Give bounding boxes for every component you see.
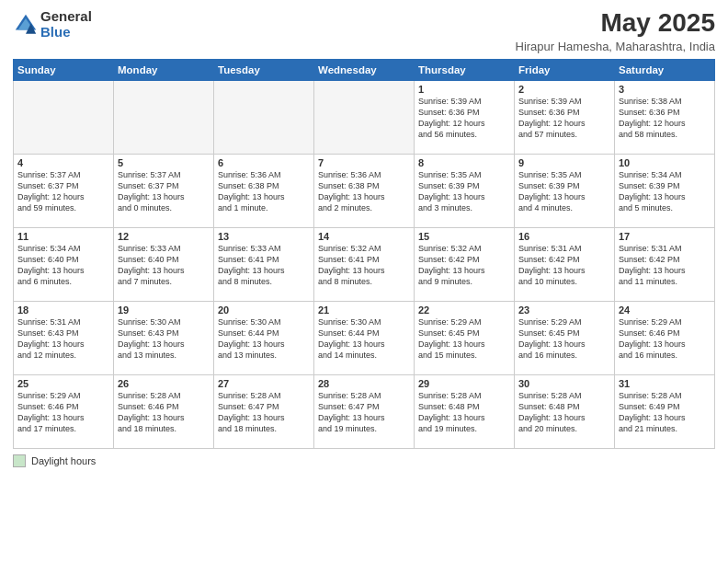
day-number: 2 — [518, 84, 610, 95]
cell-text: Sunrise: 5:34 AM Sunset: 6:40 PM Dayligh… — [17, 243, 109, 288]
cell-text: Sunrise: 5:35 AM Sunset: 6:39 PM Dayligh… — [418, 169, 510, 214]
day-number: 17 — [619, 231, 711, 242]
day-number: 15 — [418, 231, 510, 242]
calendar-week-5: 25Sunrise: 5:29 AM Sunset: 6:46 PM Dayli… — [14, 374, 715, 448]
calendar-cell: 19Sunrise: 5:30 AM Sunset: 6:43 PM Dayli… — [114, 301, 214, 374]
subtitle: Hirapur Hamesha, Maharashtra, India — [516, 40, 716, 53]
calendar-cell — [314, 80, 415, 154]
cell-text: Sunrise: 5:33 AM Sunset: 6:40 PM Dayligh… — [118, 243, 210, 288]
calendar-cell: 16Sunrise: 5:31 AM Sunset: 6:42 PM Dayli… — [515, 227, 615, 301]
title-block: May 2025 Hirapur Hamesha, Maharashtra, I… — [516, 9, 716, 53]
cell-text: Sunrise: 5:37 AM Sunset: 6:37 PM Dayligh… — [17, 169, 109, 214]
weekday-header-sunday: Sunday — [14, 59, 114, 80]
calendar-cell: 14Sunrise: 5:32 AM Sunset: 6:41 PM Dayli… — [314, 227, 415, 301]
header: General Blue May 2025 Hirapur Hamesha, M… — [13, 9, 715, 53]
calendar-cell: 10Sunrise: 5:34 AM Sunset: 6:39 PM Dayli… — [615, 154, 715, 227]
cell-text: Sunrise: 5:28 AM Sunset: 6:46 PM Dayligh… — [118, 390, 210, 435]
day-number: 23 — [518, 304, 610, 316]
calendar-cell: 17Sunrise: 5:31 AM Sunset: 6:42 PM Dayli… — [615, 227, 715, 301]
cell-text: Sunrise: 5:29 AM Sunset: 6:45 PM Dayligh… — [518, 316, 610, 362]
weekday-header-row: SundayMondayTuesdayWednesdayThursdayFrid… — [14, 59, 715, 80]
cell-text: Sunrise: 5:30 AM Sunset: 6:44 PM Dayligh… — [318, 316, 410, 362]
cell-text: Sunrise: 5:39 AM Sunset: 6:36 PM Dayligh… — [418, 96, 510, 141]
cell-text: Sunrise: 5:28 AM Sunset: 6:48 PM Dayligh… — [418, 390, 510, 435]
calendar-cell: 15Sunrise: 5:32 AM Sunset: 6:42 PM Dayli… — [415, 227, 515, 301]
cell-text: Sunrise: 5:28 AM Sunset: 6:49 PM Dayligh… — [619, 390, 711, 435]
day-number: 20 — [218, 304, 310, 316]
calendar-cell: 31Sunrise: 5:28 AM Sunset: 6:49 PM Dayli… — [615, 374, 715, 448]
logo-text: General Blue — [40, 9, 92, 40]
calendar-cell: 22Sunrise: 5:29 AM Sunset: 6:45 PM Dayli… — [415, 301, 515, 374]
calendar-week-1: 1Sunrise: 5:39 AM Sunset: 6:36 PM Daylig… — [14, 80, 715, 154]
weekday-header-monday: Monday — [114, 59, 214, 80]
cell-text: Sunrise: 5:29 AM Sunset: 6:45 PM Dayligh… — [418, 316, 510, 362]
calendar-cell: 9Sunrise: 5:35 AM Sunset: 6:39 PM Daylig… — [515, 154, 615, 227]
calendar-cell — [14, 80, 114, 154]
cell-text: Sunrise: 5:33 AM Sunset: 6:41 PM Dayligh… — [218, 243, 310, 288]
cell-text: Sunrise: 5:30 AM Sunset: 6:44 PM Dayligh… — [218, 316, 310, 362]
day-number: 13 — [218, 231, 310, 242]
day-number: 14 — [318, 231, 410, 242]
day-number: 19 — [118, 304, 210, 316]
cell-text: Sunrise: 5:37 AM Sunset: 6:37 PM Dayligh… — [118, 169, 210, 214]
cell-text: Sunrise: 5:31 AM Sunset: 6:43 PM Dayligh… — [17, 316, 109, 362]
calendar-cell: 4Sunrise: 5:37 AM Sunset: 6:37 PM Daylig… — [14, 154, 114, 227]
day-number: 3 — [619, 84, 711, 95]
day-number: 6 — [218, 157, 310, 168]
calendar-table: SundayMondayTuesdayWednesdayThursdayFrid… — [13, 59, 715, 449]
day-number: 25 — [17, 378, 109, 389]
calendar-cell: 20Sunrise: 5:30 AM Sunset: 6:44 PM Dayli… — [214, 301, 314, 374]
calendar-cell: 29Sunrise: 5:28 AM Sunset: 6:48 PM Dayli… — [415, 374, 515, 448]
day-number: 5 — [118, 157, 210, 168]
calendar-cell: 3Sunrise: 5:38 AM Sunset: 6:36 PM Daylig… — [615, 80, 715, 154]
calendar-cell: 21Sunrise: 5:30 AM Sunset: 6:44 PM Dayli… — [314, 301, 415, 374]
day-number: 8 — [418, 157, 510, 168]
weekday-header-tuesday: Tuesday — [214, 59, 314, 80]
day-number: 31 — [619, 378, 711, 389]
day-number: 28 — [318, 378, 410, 389]
calendar-cell: 11Sunrise: 5:34 AM Sunset: 6:40 PM Dayli… — [14, 227, 114, 301]
cell-text: Sunrise: 5:38 AM Sunset: 6:36 PM Dayligh… — [619, 96, 711, 141]
day-number: 29 — [418, 378, 510, 389]
day-number: 7 — [318, 157, 410, 168]
calendar-cell: 23Sunrise: 5:29 AM Sunset: 6:45 PM Dayli… — [515, 301, 615, 374]
logo-icon — [13, 12, 39, 38]
page: General Blue May 2025 Hirapur Hamesha, M… — [0, 0, 728, 563]
calendar-cell: 13Sunrise: 5:33 AM Sunset: 6:41 PM Dayli… — [214, 227, 314, 301]
day-number: 22 — [418, 304, 510, 316]
cell-text: Sunrise: 5:32 AM Sunset: 6:41 PM Dayligh… — [318, 243, 410, 288]
calendar-cell: 26Sunrise: 5:28 AM Sunset: 6:46 PM Dayli… — [114, 374, 214, 448]
calendar-cell: 5Sunrise: 5:37 AM Sunset: 6:37 PM Daylig… — [114, 154, 214, 227]
calendar-cell: 30Sunrise: 5:28 AM Sunset: 6:48 PM Dayli… — [515, 374, 615, 448]
day-number: 27 — [218, 378, 310, 389]
calendar-week-2: 4Sunrise: 5:37 AM Sunset: 6:37 PM Daylig… — [14, 154, 715, 227]
cell-text: Sunrise: 5:36 AM Sunset: 6:38 PM Dayligh… — [218, 169, 310, 214]
cell-text: Sunrise: 5:31 AM Sunset: 6:42 PM Dayligh… — [518, 243, 610, 288]
calendar-cell: 1Sunrise: 5:39 AM Sunset: 6:36 PM Daylig… — [415, 80, 515, 154]
weekday-header-saturday: Saturday — [615, 59, 715, 80]
logo: General Blue — [13, 9, 92, 40]
day-number: 10 — [619, 157, 711, 168]
cell-text: Sunrise: 5:31 AM Sunset: 6:42 PM Dayligh… — [619, 243, 711, 288]
day-number: 18 — [17, 304, 109, 316]
cell-text: Sunrise: 5:28 AM Sunset: 6:48 PM Dayligh… — [518, 390, 610, 435]
logo-blue-text: Blue — [40, 25, 92, 40]
legend-label: Daylight hours — [31, 455, 96, 466]
day-number: 21 — [318, 304, 410, 316]
calendar-cell — [214, 80, 314, 154]
calendar-cell: 24Sunrise: 5:29 AM Sunset: 6:46 PM Dayli… — [615, 301, 715, 374]
day-number: 24 — [619, 304, 711, 316]
calendar-cell: 12Sunrise: 5:33 AM Sunset: 6:40 PM Dayli… — [114, 227, 214, 301]
cell-text: Sunrise: 5:32 AM Sunset: 6:42 PM Dayligh… — [418, 243, 510, 288]
calendar-cell: 28Sunrise: 5:28 AM Sunset: 6:47 PM Dayli… — [314, 374, 415, 448]
calendar-cell: 2Sunrise: 5:39 AM Sunset: 6:36 PM Daylig… — [515, 80, 615, 154]
day-number: 16 — [518, 231, 610, 242]
cell-text: Sunrise: 5:36 AM Sunset: 6:38 PM Dayligh… — [318, 169, 410, 214]
day-number: 11 — [17, 231, 109, 242]
cell-text: Sunrise: 5:35 AM Sunset: 6:39 PM Dayligh… — [518, 169, 610, 214]
cell-text: Sunrise: 5:28 AM Sunset: 6:47 PM Dayligh… — [318, 390, 410, 435]
day-number: 4 — [17, 157, 109, 168]
cell-text: Sunrise: 5:29 AM Sunset: 6:46 PM Dayligh… — [17, 390, 109, 435]
calendar-cell — [114, 80, 214, 154]
legend-box — [13, 454, 26, 467]
